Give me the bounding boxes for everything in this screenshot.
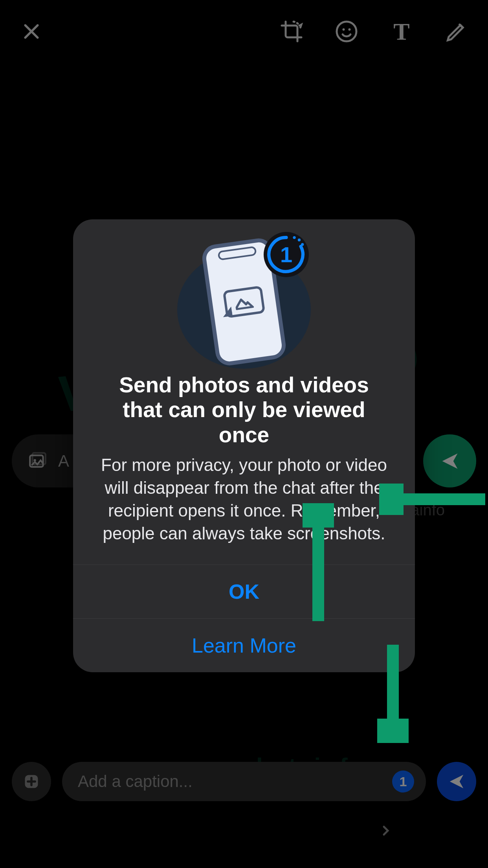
preview-caption-placeholder: A <box>58 452 69 471</box>
modal-learn-more-button[interactable]: Learn More <box>73 618 415 672</box>
svg-point-2 <box>337 22 356 41</box>
modal-ok-button[interactable]: OK <box>73 565 415 618</box>
plus-icon <box>23 773 40 790</box>
caption-row: Add a caption... 1 <box>12 762 476 801</box>
svg-point-11 <box>293 236 295 239</box>
modal-illustration: 1 <box>169 235 319 365</box>
preview-send-button[interactable] <box>423 434 476 487</box>
crop-rotate-icon <box>280 19 303 44</box>
caption-input[interactable]: Add a caption... 1 <box>62 762 426 801</box>
toolbar-right-group: T <box>280 20 468 43</box>
svg-point-3 <box>343 28 345 31</box>
chevron-right-icon <box>378 823 394 839</box>
add-media-button[interactable] <box>12 762 51 801</box>
close-icon <box>21 21 42 42</box>
view-once-modal: 1 Send photos and videos that can only b… <box>73 219 415 672</box>
modal-title: Send photos and videos that can only be … <box>73 369 415 454</box>
svg-point-10 <box>298 239 301 241</box>
gallery-icon <box>28 451 47 471</box>
svg-point-9 <box>301 243 304 246</box>
close-button[interactable] <box>20 20 43 43</box>
emoji-button[interactable] <box>335 20 358 43</box>
send-icon <box>448 772 466 791</box>
draw-button[interactable] <box>445 20 468 43</box>
text-button[interactable]: T <box>390 20 413 43</box>
caption-placeholder: Add a caption... <box>78 772 193 791</box>
pencil-icon <box>445 20 468 43</box>
svg-point-4 <box>349 28 351 31</box>
smiley-icon <box>335 19 358 44</box>
view-once-illustration-icon: 1 <box>264 232 309 277</box>
modal-body-text: For more privacy, your photo or video wi… <box>73 454 415 565</box>
send-button[interactable] <box>437 762 476 801</box>
view-once-badge[interactable]: 1 <box>392 771 414 793</box>
crop-rotate-button[interactable] <box>280 20 303 43</box>
editor-top-toolbar: T <box>0 0 488 63</box>
send-icon <box>440 451 460 471</box>
expand-chevron[interactable] <box>12 823 476 839</box>
modal-overlay: 1 Send photos and videos that can only b… <box>0 0 488 868</box>
